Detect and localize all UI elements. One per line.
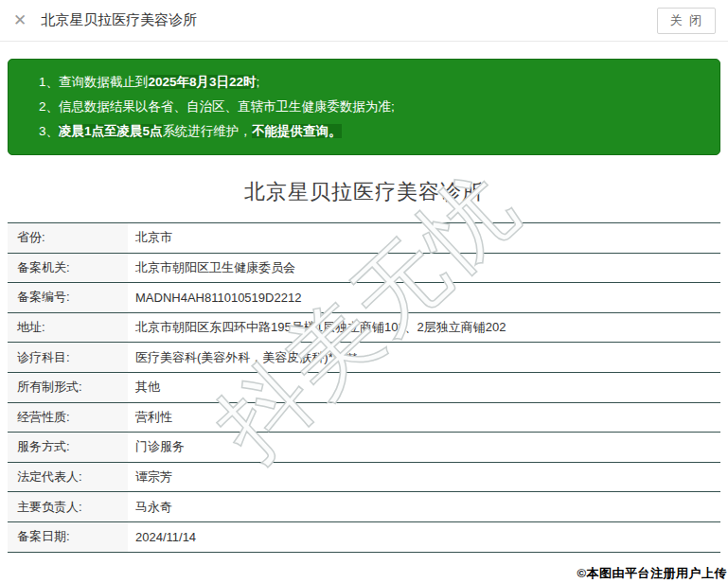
row-value: 医疗美容科(美容外科，美容皮肤科)****** <box>128 343 357 372</box>
notice-line1-pre: 1、查询数据截止到 <box>39 75 149 89</box>
notice-line-1: 1、查询数据截止到2025年8月3日22时; <box>39 70 706 95</box>
table-row-filing-date: 备案日期: 2024/11/14 <box>8 522 720 553</box>
notice-line2-text: 2、信息数据结果以各省、自治区、直辖市卫生健康委数据为准; <box>39 99 395 114</box>
row-value: MADNH4AH811010519D2212 <box>128 283 301 312</box>
notice-line3-pre: 3、 <box>39 124 59 138</box>
table-row-filing-number: 备案编号: MADNH4AH811010519D2212 <box>8 283 720 313</box>
table-row-principal: 主要负责人: 马永奇 <box>8 492 720 522</box>
row-label: 法定代表人: <box>8 463 128 492</box>
row-label: 服务方式: <box>8 433 128 462</box>
row-label: 诊疗科目: <box>8 343 128 372</box>
row-value: 谭宗芳 <box>128 463 172 492</box>
notice-line3-highlight-1: 凌晨1点至凌晨5点 <box>59 124 163 138</box>
row-value: 门诊服务 <box>128 433 185 462</box>
notice-line3-highlight-2: 不能提供查询。 <box>252 124 342 138</box>
table-row-ownership-form: 所有制形式: 其他 <box>8 373 720 403</box>
row-label: 备案日期: <box>8 522 128 552</box>
row-value: 北京市 <box>128 223 172 253</box>
row-label: 备案编号: <box>8 283 128 312</box>
notice-line1-highlight: 2025年8月3日22时 <box>149 75 257 89</box>
row-label: 省份: <box>8 223 128 253</box>
row-value: 2024/11/14 <box>128 522 196 552</box>
row-value: 营利性 <box>128 403 172 433</box>
registration-info-table: 省份: 北京市 备案机关: 北京市朝阳区卫生健康委员会 备案编号: MADNH4… <box>8 222 720 553</box>
notice-line3-mid: 系统进行维护， <box>163 124 253 138</box>
table-row-legal-representative: 法定代表人: 谭宗芳 <box>8 463 720 493</box>
close-x-icon[interactable]: ✕ <box>13 12 27 28</box>
notice-line-3: 3、凌晨1点至凌晨5点系统进行维护，不能提供查询。 <box>39 119 706 144</box>
table-row-treatment-subjects: 诊疗科目: 医疗美容科(美容外科，美容皮肤科)****** <box>8 343 720 373</box>
page-title: 北京星贝拉医疗美容诊所 <box>0 178 728 206</box>
title-bar: ✕ 北京星贝拉医疗美容诊所 关 闭 <box>0 0 728 42</box>
close-button[interactable]: 关 闭 <box>657 8 716 34</box>
row-label: 经营性质: <box>8 403 128 433</box>
uploader-credit-watermark: ©本图由平台注册用户上传 <box>577 565 727 582</box>
table-row-province: 省份: 北京市 <box>8 223 720 254</box>
table-row-address: 地址: 北京市朝阳区东四环中路195号楼1层独立商铺102、2层独立商铺202 <box>8 313 720 344</box>
table-row-filing-authority: 备案机关: 北京市朝阳区卫生健康委员会 <box>8 254 720 284</box>
row-value: 北京市朝阳区卫生健康委员会 <box>128 254 295 283</box>
notice-box: 1、查询数据截止到2025年8月3日22时; 2、信息数据结果以各省、自治区、直… <box>8 59 720 155</box>
row-value: 其他 <box>128 373 160 402</box>
notice-line1-post: ; <box>257 75 260 89</box>
window-title: 北京星贝拉医疗美容诊所 <box>41 11 197 29</box>
row-label: 地址: <box>8 313 128 343</box>
table-row-service-mode: 服务方式: 门诊服务 <box>8 433 720 463</box>
row-value: 北京市朝阳区东四环中路195号楼1层独立商铺102、2层独立商铺202 <box>128 313 506 343</box>
row-label: 备案机关: <box>8 254 128 283</box>
row-value: 马永奇 <box>128 492 172 521</box>
row-label: 主要负责人: <box>8 492 128 521</box>
table-row-business-nature: 经营性质: 营利性 <box>8 403 720 433</box>
notice-line-2: 2、信息数据结果以各省、自治区、直辖市卫生健康委数据为准; <box>39 95 706 119</box>
row-label: 所有制形式: <box>8 373 128 402</box>
